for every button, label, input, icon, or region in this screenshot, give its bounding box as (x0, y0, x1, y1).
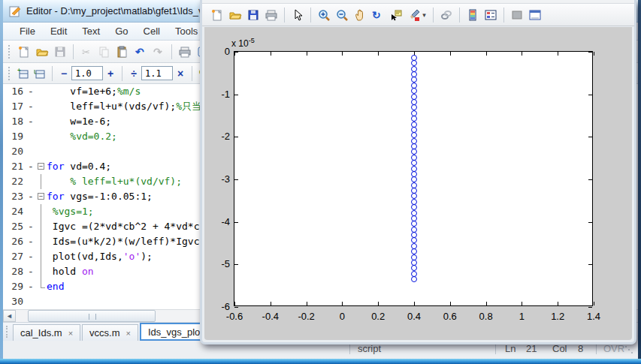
x-tick-mark (522, 302, 522, 305)
executable-line-dash[interactable] (26, 129, 36, 144)
executable-line-dash[interactable] (26, 144, 36, 159)
menu-edit[interactable]: Edit (43, 24, 74, 38)
x-tick-mark (342, 52, 343, 56)
brush-dropdown-caret-icon[interactable]: ▾ (422, 11, 426, 19)
new-figure-icon[interactable] (208, 6, 226, 24)
figure-toolbar: ↻▾ (202, 4, 634, 26)
file-type-status: script (358, 343, 381, 354)
executable-line-dash[interactable]: - (26, 99, 36, 114)
toolbar-grip[interactable] (8, 67, 12, 80)
y-tick-label: 0 (209, 46, 230, 57)
y-axis-exponent-label: x 10-5 (231, 37, 255, 49)
svg-text:↷: ↷ (153, 46, 162, 58)
zoom-out-icon[interactable] (333, 6, 351, 24)
brush-icon[interactable]: ▾ (405, 6, 429, 24)
zoom-in-icon[interactable] (315, 6, 333, 24)
show-plot-tools-icon[interactable] (526, 6, 544, 24)
insert-cell-icon[interactable]: + (15, 65, 32, 82)
line-number: 18 (3, 114, 26, 129)
line-number: 17 (3, 99, 26, 114)
data-point-marker (411, 160, 417, 166)
menu-cell[interactable]: Cell (136, 24, 168, 38)
redo-icon[interactable]: ↷ (150, 43, 168, 61)
tab-label: vccs.m (89, 327, 119, 338)
save-figure-icon[interactable] (244, 6, 262, 24)
multiply-value-button[interactable]: × (173, 65, 188, 83)
executable-line-dash[interactable]: - (26, 84, 36, 99)
line-label: Ln (505, 343, 516, 354)
undo-icon[interactable]: ↶ (132, 43, 150, 61)
data-point-marker (411, 276, 417, 282)
data-cursor-icon[interactable] (387, 6, 405, 24)
tabbar-grip[interactable] (6, 326, 10, 338)
decrease-value-button[interactable]: − (56, 65, 71, 83)
y-tick-label: -5 (209, 258, 230, 269)
line-number: 22 (3, 174, 26, 189)
svg-text:↻: ↻ (372, 9, 381, 21)
decrement-value-field[interactable] (71, 66, 103, 80)
rotate-3d-icon[interactable]: ↻ (369, 6, 387, 24)
save-icon[interactable] (51, 43, 69, 61)
x-tick-mark (450, 302, 451, 305)
tab-close-icon[interactable]: × (68, 329, 73, 338)
pointer-icon[interactable] (289, 6, 307, 24)
line-number: 19 (3, 129, 26, 144)
menu-text[interactable]: Text (74, 24, 107, 38)
doc-tab-cal_Ids-m[interactable]: cal_Ids.m× (13, 324, 80, 341)
insert-colorbar-icon[interactable] (464, 6, 482, 24)
insert-cell-below-icon[interactable] (32, 65, 48, 82)
scrollbar-thumb[interactable] (28, 310, 156, 322)
pan-icon[interactable] (351, 6, 369, 24)
x-tick-label: 0.8 (470, 311, 503, 322)
menu-go[interactable]: Go (107, 24, 135, 38)
executable-line-dash[interactable]: - (26, 279, 36, 294)
executable-line-dash[interactable]: - (26, 264, 36, 279)
multiplier-value-field[interactable] (141, 66, 173, 80)
increase-value-button[interactable]: + (103, 65, 118, 83)
copy-icon[interactable] (95, 43, 113, 61)
matlab-figure-window: ↻▾ x 10-5 -0.6-0.4-0.200.20.40.60.811.21… (200, 0, 636, 344)
fold-gutter (36, 129, 47, 144)
print-icon[interactable] (176, 43, 194, 61)
y-tick-label: -3 (209, 173, 230, 185)
executable-line-dash[interactable]: - (26, 159, 36, 174)
col-number-status: 8 (578, 343, 583, 354)
executable-line-dash[interactable]: - (26, 114, 36, 129)
executable-line-dash[interactable] (26, 174, 36, 189)
open-figure-icon[interactable] (226, 6, 244, 24)
new-file-icon[interactable] (15, 43, 33, 61)
editor-title: Editor - D:\my_project\matlab\gfet1\Ids_… (26, 5, 204, 17)
toolbar-grip[interactable] (8, 45, 12, 59)
line-number: 16 (3, 84, 26, 99)
paste-icon[interactable] (113, 43, 132, 61)
insert-legend-icon[interactable] (482, 6, 500, 24)
executable-line-dash[interactable] (26, 294, 36, 309)
hide-plot-tools-icon[interactable] (508, 6, 526, 24)
scroll-left-arrow-icon[interactable]: ◄ (3, 310, 16, 322)
executable-line-dash[interactable] (26, 204, 36, 219)
link-plot-icon[interactable] (437, 6, 455, 24)
code-fold-icon[interactable]: − (36, 159, 47, 174)
y-tick-label: -4 (209, 216, 230, 227)
code-fold-icon[interactable]: − (36, 189, 47, 204)
executable-line-dash[interactable]: - (26, 249, 36, 264)
y-tick-mark (588, 222, 592, 223)
executable-line-dash[interactable]: - (26, 219, 36, 234)
doc-tab-vccs-m[interactable]: vccs.m× (82, 324, 138, 341)
x-tick-label: 0.2 (361, 311, 395, 322)
y-tick-mark (588, 179, 592, 180)
fold-guide-line (36, 234, 47, 249)
y-tick-mark (234, 52, 238, 53)
menu-file[interactable]: File (12, 24, 43, 38)
figure-canvas: x 10-5 -0.6-0.4-0.200.20.40.60.811.21.40… (204, 27, 632, 340)
divide-value-button[interactable]: ÷ (126, 65, 141, 83)
x-tick-mark (558, 52, 558, 56)
y-tick-label: -1 (209, 89, 230, 100)
window-resize-grip[interactable] (624, 345, 633, 354)
cut-icon[interactable]: ✂ (77, 43, 95, 61)
executable-line-dash[interactable]: - (26, 234, 36, 249)
open-file-icon[interactable] (33, 43, 51, 61)
print-figure-icon[interactable] (262, 6, 280, 24)
tab-close-icon[interactable]: × (126, 329, 131, 338)
executable-line-dash[interactable]: - (26, 189, 36, 204)
